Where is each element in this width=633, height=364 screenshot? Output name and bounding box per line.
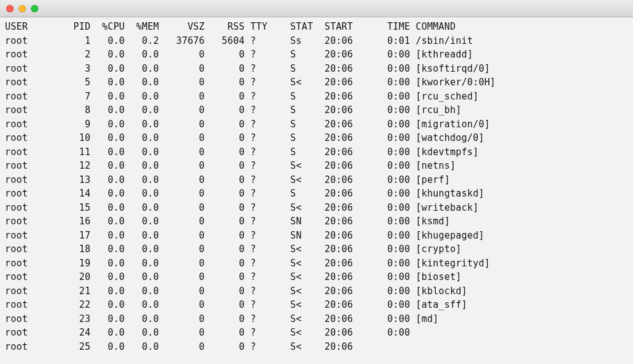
- ps-row: root 2 0.0 0.0 0 0 ? S 20:06 0:00 [kthre…: [5, 48, 628, 62]
- ps-row: root 16 0.0 0.0 0 0 ? SN 20:06 0:00 [ksm…: [5, 214, 628, 229]
- ps-row: root 25 0.0 0.0 0 0 ? S< 20:06: [5, 340, 628, 354]
- ps-row: root 15 0.0 0.0 0 0 ? S< 20:06 0:00 [wri…: [5, 201, 628, 215]
- ps-row: root 24 0.0 0.0 0 0 ? S< 20:06 0:00: [5, 326, 628, 340]
- ps-row: root 14 0.0 0.0 0 0 ? S 20:06 0:00 [khun…: [5, 187, 628, 201]
- ps-row: root 23 0.0 0.0 0 0 ? S< 20:06 0:00 [md]: [5, 312, 628, 326]
- ps-row: root 18 0.0 0.0 0 0 ? S< 20:06 0:00 [cry…: [5, 242, 628, 256]
- ps-header-row: USER PID %CPU %MEM VSZ RSS TTY STAT STAR…: [5, 20, 628, 34]
- ps-row: root 8 0.0 0.0 0 0 ? S 20:06 0:00 [rcu_b…: [5, 103, 628, 117]
- ps-row: root 11 0.0 0.0 0 0 ? S 20:06 0:00 [kdev…: [5, 145, 628, 159]
- ps-row: root 5 0.0 0.0 0 0 ? S< 20:06 0:00 [kwor…: [5, 75, 628, 90]
- close-icon[interactable]: [6, 5, 14, 12]
- ps-row: root 1 0.0 0.2 37676 5604 ? Ss 20:06 0:0…: [5, 34, 628, 48]
- minimize-icon[interactable]: [19, 5, 26, 12]
- ps-row: root 17 0.0 0.0 0 0 ? SN 20:06 0:00 [khu…: [5, 229, 628, 243]
- maximize-icon[interactable]: [31, 5, 38, 12]
- ps-row: root 13 0.0 0.0 0 0 ? S< 20:06 0:00 [per…: [5, 173, 628, 187]
- ps-row: root 3 0.0 0.0 0 0 ? S 20:06 0:00 [ksoft…: [5, 62, 628, 76]
- window-titlebar[interactable]: [0, 0, 633, 17]
- terminal-output[interactable]: USER PID %CPU %MEM VSZ RSS TTY STAT STAR…: [0, 17, 633, 364]
- ps-row: root 19 0.0 0.0 0 0 ? S< 20:06 0:00 [kin…: [5, 256, 628, 271]
- ps-row: root 9 0.0 0.0 0 0 ? S 20:06 0:00 [migra…: [5, 117, 628, 132]
- ps-row: root 10 0.0 0.0 0 0 ? S 20:06 0:00 [watc…: [5, 131, 628, 145]
- ps-row: root 20 0.0 0.0 0 0 ? S< 20:06 0:00 [bio…: [5, 270, 628, 284]
- ps-row: root 21 0.0 0.0 0 0 ? S< 20:06 0:00 [kbl…: [5, 284, 628, 298]
- terminal-window: USER PID %CPU %MEM VSZ RSS TTY STAT STAR…: [0, 0, 633, 364]
- ps-row: root 7 0.0 0.0 0 0 ? S 20:06 0:00 [rcu_s…: [5, 90, 628, 104]
- ps-row: root 12 0.0 0.0 0 0 ? S< 20:06 0:00 [net…: [5, 159, 628, 173]
- ps-row: root 22 0.0 0.0 0 0 ? S< 20:06 0:00 [ata…: [5, 298, 628, 312]
